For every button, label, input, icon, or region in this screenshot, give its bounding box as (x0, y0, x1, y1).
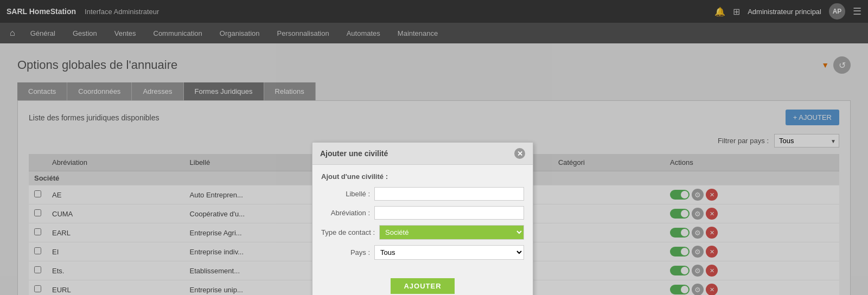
modal-title: Ajouter une civilité (320, 149, 388, 158)
pays-select[interactable]: Tous France Belgique Suisse (374, 245, 524, 260)
modal-footer: AJOUTER (312, 273, 533, 295)
modal-close-button[interactable]: ✕ (514, 148, 525, 159)
form-row-abreviation: Abréviation : (321, 206, 524, 220)
modal-header: Ajouter une civilité ✕ (312, 143, 533, 165)
modal-add-button[interactable]: AJOUTER (391, 278, 454, 294)
libelle-label: Libellé : (321, 190, 370, 198)
modal-body: Ajout d'une civilité : Libellé : Abrévia… (312, 165, 533, 273)
libelle-input[interactable] (374, 187, 524, 201)
add-civilite-modal: Ajouter une civilité ✕ Ajout d'une civil… (312, 142, 533, 295)
modal-overlay[interactable]: Ajouter une civilité ✕ Ajout d'une civil… (0, 0, 868, 295)
type-contact-select[interactable]: Société Contact Autre (379, 225, 524, 240)
abreviation-label: Abréviation : (321, 209, 370, 217)
form-row-type-contact: Type de contact : Société Contact Autre (321, 225, 524, 240)
form-row-libelle: Libellé : (321, 187, 524, 201)
modal-scroll-area: Ajout d'une civilité : Libellé : Abrévia… (312, 165, 533, 295)
form-row-pays: Pays : Tous France Belgique Suisse (321, 245, 524, 260)
modal-section-title: Ajout d'une civilité : (321, 172, 524, 181)
abreviation-input[interactable] (374, 206, 524, 220)
pays-label: Pays : (321, 248, 370, 256)
type-contact-label: Type de contact : (321, 228, 375, 236)
